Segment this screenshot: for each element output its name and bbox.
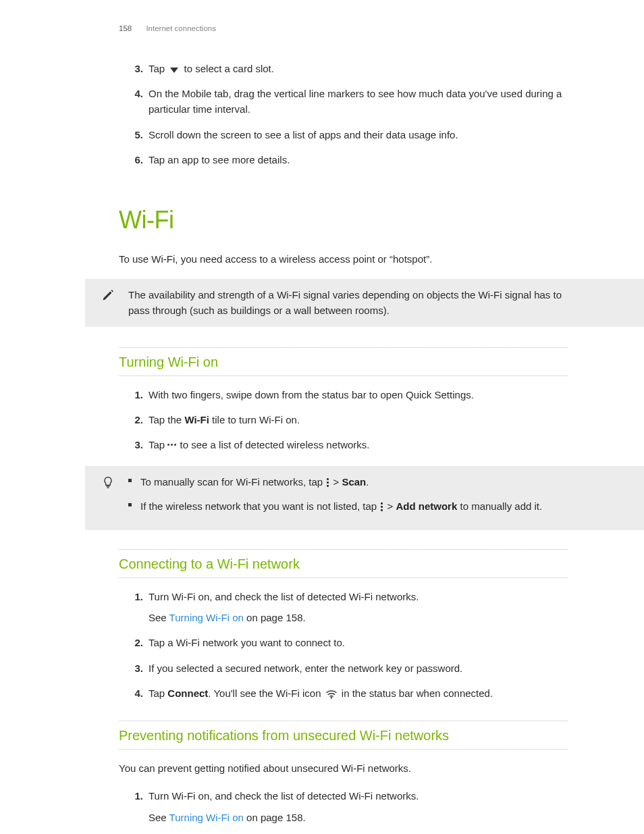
more-vertical-icon — [327, 478, 329, 487]
step-number: 1. — [128, 387, 143, 402]
step-text-post: in the status bar when connected. — [339, 687, 493, 699]
prevent-steps: 1. Turn Wi-Fi on, and check the list of … — [119, 788, 568, 834]
bold-text: Add network — [396, 500, 457, 512]
list-item: 1. With two fingers, swipe down from the… — [149, 387, 568, 412]
step-text-pre: Tap the — [149, 414, 184, 425]
step-text: Tap a Wi-Fi network you want to connect … — [149, 637, 345, 648]
step-text-mid: . You'll see the Wi-Fi icon — [208, 687, 323, 699]
list-item: If the wireless network that you want is… — [128, 498, 568, 522]
step-number: 3. — [128, 437, 143, 452]
link-turning-wifi-on[interactable]: Turning Wi-Fi on — [169, 612, 244, 623]
step-subtext: See Turning Wi-Fi on on page 158. — [149, 810, 568, 825]
step-number: 2. — [128, 412, 143, 427]
note-text: The availability and strength of a Wi-Fi… — [128, 289, 562, 316]
tip-text-mid: > — [384, 500, 396, 512]
step-text: Turn Wi-Fi on, and check the list of det… — [149, 591, 419, 602]
step-text: Tap an app to see more details. — [149, 154, 290, 165]
step-number: 5. — [128, 127, 143, 142]
step-text: Turn Wi-Fi on, and check the list of det… — [149, 790, 419, 802]
bold-text: Wi-Fi — [184, 414, 209, 425]
tip-text-post: to manually add it. — [457, 500, 542, 512]
heading-turning-on: Turning Wi-Fi on — [119, 347, 568, 373]
list-item: 4. On the Mobile tab, drag the vertical … — [149, 86, 568, 127]
page: 158 Internet connections 3. Tap to selec… — [0, 0, 644, 834]
tip-text-mid: > — [330, 476, 342, 488]
step-text: On the Mobile tab, drag the vertical lin… — [149, 88, 562, 115]
tip-callout: To manually scan for Wi-Fi networks, tap… — [85, 466, 644, 530]
connect-steps: 1. Turn Wi-Fi on, and check the list of … — [119, 589, 568, 712]
see-pre: See — [149, 612, 169, 623]
step-number: 4. — [128, 685, 143, 701]
list-item: 4. Tap Connect. You'll see the Wi-Fi ico… — [149, 685, 568, 712]
heading-wifi: Wi-Fi — [119, 201, 568, 239]
step-text-pre: Tap — [149, 63, 167, 74]
dropdown-icon — [170, 68, 178, 73]
list-item: 1. Turn Wi-Fi on, and check the list of … — [149, 589, 568, 635]
step-text: If you selected a secured network, enter… — [149, 662, 462, 674]
step-number: 3. — [128, 61, 143, 76]
step-text-post: tile to turn Wi-Fi on. — [209, 414, 300, 425]
divider — [119, 577, 568, 578]
turn-on-steps: 1. With two fingers, swipe down from the… — [119, 387, 568, 463]
see-post: on page 158. — [244, 612, 306, 623]
divider — [119, 749, 568, 750]
list-item: 2. Tap the Wi-Fi tile to turn Wi-Fi on. — [149, 412, 568, 437]
step-number: 6. — [128, 152, 143, 167]
heading-connecting: Connecting to a Wi-Fi network — [119, 549, 568, 575]
see-post: on page 158. — [244, 812, 306, 823]
pencil-icon — [101, 288, 116, 302]
step-text-pre: Tap — [149, 687, 167, 699]
link-turning-wifi-on[interactable]: Turning Wi-Fi on — [169, 812, 244, 823]
list-item: 6. Tap an app to see more details. — [149, 152, 568, 177]
list-item: To manually scan for Wi-Fi networks, tap… — [128, 474, 568, 498]
wifi-intro: To use Wi-Fi, you need access to a wirel… — [119, 251, 568, 267]
step-text-pre: Tap — [149, 439, 167, 450]
list-item: 2. Tap a Wi-Fi network you want to conne… — [149, 635, 568, 660]
step-number: 1. — [128, 589, 143, 604]
tips-list: To manually scan for Wi-Fi networks, tap… — [128, 474, 568, 522]
step-text: Scroll down the screen to see a list of … — [149, 129, 458, 140]
tip-text-post: . — [366, 476, 369, 488]
bold-text: Connect — [167, 687, 208, 699]
heading-preventing: Preventing notifications from unsecured … — [119, 721, 568, 746]
running-header: 158 Internet connections — [119, 23, 568, 35]
lightbulb-icon — [101, 475, 116, 490]
more-vertical-icon — [381, 502, 383, 511]
more-horizontal-icon — [167, 442, 177, 448]
wifi-icon — [325, 687, 338, 703]
list-item: 1. Turn Wi-Fi on, and check the list of … — [149, 788, 568, 834]
step-number: 2. — [128, 635, 143, 650]
step-number: 4. — [128, 86, 143, 101]
data-usage-steps: 3. Tap to select a card slot. 4. On the … — [119, 61, 568, 177]
list-item: 3. If you selected a secured network, en… — [149, 660, 568, 685]
list-item: 5. Scroll down the screen to see a list … — [149, 127, 568, 152]
tip-text-pre: If the wireless network that you want is… — [140, 500, 379, 512]
tip-text-pre: To manually scan for Wi-Fi networks, tap — [140, 476, 325, 488]
step-text: With two fingers, swipe down from the st… — [149, 389, 474, 400]
prevent-intro: You can prevent getting notified about u… — [119, 760, 568, 776]
step-number: 3. — [128, 660, 143, 676]
page-number: 158 — [119, 24, 132, 32]
list-item: 3. Tap to see a list of detected wireles… — [149, 437, 568, 462]
step-text-post: to select a card slot. — [184, 63, 274, 74]
step-number: 1. — [128, 788, 143, 804]
divider — [119, 375, 568, 376]
section-name: Internet connections — [146, 24, 216, 32]
note-callout: The availability and strength of a Wi-Fi… — [85, 279, 644, 327]
step-text-post: to see a list of detected wireless netwo… — [177, 439, 369, 450]
svg-point-0 — [330, 697, 331, 698]
list-item: 3. Tap to select a card slot. — [149, 61, 568, 86]
bold-text: Scan — [342, 476, 366, 488]
step-subtext: See Turning Wi-Fi on on page 158. — [149, 610, 568, 625]
see-pre: See — [149, 812, 169, 823]
